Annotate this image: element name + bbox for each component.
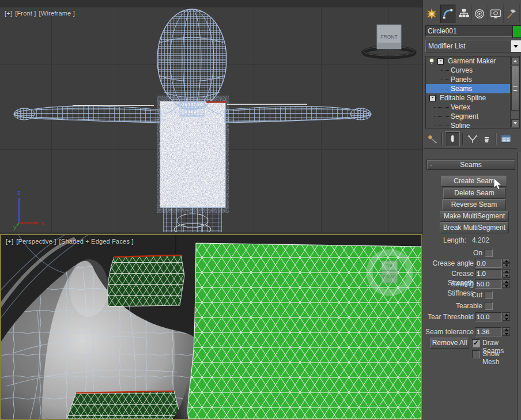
sewing-stiffness-input[interactable]	[475, 279, 502, 289]
triangle-down-icon	[505, 264, 508, 267]
remove-modifier-icon	[481, 133, 492, 145]
mouse-cursor	[493, 178, 505, 191]
triangle-up-icon	[514, 60, 517, 62]
break-multisegment-button[interactable]: Break MultiSegment	[440, 222, 509, 233]
stack-item-label: Editable Spline	[438, 94, 486, 102]
garment-panel-top[interactable]	[108, 255, 184, 307]
show-end-result-button[interactable]	[445, 131, 460, 146]
crease-strength-input[interactable]	[475, 269, 502, 278]
collapse-icon: -	[430, 160, 432, 169]
show-mesh-checkbox[interactable]	[472, 350, 480, 358]
stack-item-label: Curves	[449, 66, 473, 74]
tab-display[interactable]	[488, 5, 504, 23]
tear-threshold-input[interactable]	[475, 312, 502, 321]
tree-connector	[434, 116, 449, 117]
hammer-icon	[505, 7, 518, 20]
reverse-seam-button[interactable]: Reverse Seam	[442, 199, 506, 210]
perspective-viewport[interactable]: TOP FRONT [+][Perspective ][Shaded + Edg…	[0, 234, 422, 420]
display-icon	[489, 7, 502, 20]
stack-item-label: Garment Maker	[446, 57, 496, 65]
viewport-menu-shading[interactable]: [Shaded + Edged Faces ]	[59, 238, 134, 245]
garment-panel-bottom[interactable]	[67, 391, 181, 419]
cut-row: Cut	[424, 290, 517, 300]
stack-item-segment[interactable]: Segment	[426, 112, 519, 121]
tab-utilities[interactable]	[504, 5, 520, 23]
crease-strength-spinner[interactable]	[503, 269, 510, 278]
expand-toggle[interactable]: -	[437, 58, 444, 65]
viewcube-front-label: FRONT	[380, 34, 397, 40]
viewport-menu-general[interactable]: [+]	[5, 10, 12, 17]
front-viewport-label: [+][Front ][Wireframe ]	[5, 10, 78, 17]
sewing-stiffness-spinner[interactable]	[503, 279, 510, 289]
on-row: On	[424, 248, 517, 258]
stack-item-label: Vertex	[449, 103, 470, 111]
expand-toggle[interactable]: -	[429, 95, 436, 101]
stack-item-spline[interactable]: Spline	[426, 121, 519, 128]
viewport-menu-general[interactable]: [+]	[6, 238, 13, 245]
viewport-menu-pov[interactable]: [Perspective ]	[16, 238, 56, 245]
triangle-up-icon	[505, 270, 508, 273]
crease-angle-spinner[interactable]	[503, 259, 510, 268]
stack-item-vertex[interactable]: Vertex	[426, 103, 519, 112]
triangle-up-icon	[505, 281, 508, 283]
tearable-checkbox[interactable]	[485, 302, 493, 310]
make-multisegment-button[interactable]: Make MultiSegment	[440, 211, 509, 222]
stack-item-editable-spline[interactable]: - Editable Spline	[426, 93, 519, 103]
lightbulb-icon[interactable]	[428, 58, 436, 65]
stack-scrollbar[interactable]	[510, 56, 519, 128]
draw-seams-row: ✓ Draw Seams	[424, 339, 517, 348]
tab-motion[interactable]	[472, 5, 488, 23]
seam-tolerance-input[interactable]	[475, 327, 502, 336]
object-color-swatch[interactable]	[512, 25, 521, 38]
tree-connector	[441, 79, 449, 80]
seam-tolerance-spinner[interactable]	[503, 327, 510, 336]
rollout-title: Seams	[460, 161, 481, 169]
3dsmax-window: FRONT z x y [+][Front ][Wireframe ]	[0, 0, 521, 420]
sunburst-icon	[425, 7, 438, 20]
cut-checkbox[interactable]	[485, 291, 493, 299]
object-name-input[interactable]	[425, 25, 513, 37]
scroll-down-button[interactable]	[511, 119, 519, 127]
tear-threshold-spinner[interactable]	[503, 312, 510, 321]
stack-item-panels[interactable]: Panels	[426, 75, 519, 84]
make-unique-button[interactable]	[466, 132, 480, 146]
stack-item-label: Seams	[449, 85, 472, 93]
on-checkbox[interactable]	[485, 249, 493, 257]
stack-item-garment-maker[interactable]: - Garment Maker	[426, 56, 519, 66]
configure-modifier-sets-icon	[500, 133, 512, 145]
modify-curve-icon	[441, 7, 454, 20]
tree-connector	[441, 70, 449, 71]
modifier-list-dropdown[interactable]: Modifier List	[425, 40, 521, 52]
viewport-menu-pov[interactable]: [Front ]	[15, 10, 36, 17]
toolbar-separator	[496, 133, 497, 145]
make-unique-icon	[467, 133, 478, 145]
panel-divider	[424, 148, 518, 149]
triangle-down-icon	[505, 318, 508, 320]
stack-item-seams[interactable]: Seams	[426, 84, 519, 93]
panel-scroll-gutter[interactable]	[517, 152, 521, 420]
configure-modifier-sets-button[interactable]	[499, 132, 513, 146]
tab-modify[interactable]	[440, 5, 456, 23]
pin-stack-icon	[426, 133, 438, 145]
tear-threshold-row: Tear Threshold	[424, 312, 517, 321]
cloth-panel-wireframe[interactable]	[160, 101, 225, 207]
toolbar-separator	[462, 133, 463, 145]
tab-hierarchy[interactable]	[456, 5, 472, 23]
stack-item-curves[interactable]: Curves	[426, 66, 519, 75]
draw-seams-checkbox[interactable]: ✓	[472, 339, 480, 347]
scroll-up-button[interactable]	[511, 57, 519, 65]
on-label: On	[424, 248, 482, 258]
chevron-down-icon	[514, 45, 518, 48]
pin-stack-button[interactable]	[425, 132, 439, 146]
tab-create[interactable]	[424, 5, 440, 23]
object-name-row	[425, 25, 519, 37]
viewport-menu-shading[interactable]: [Wireframe ]	[39, 10, 75, 17]
rollout-header-seams[interactable]: - Seams	[426, 160, 515, 170]
scroll-thumb[interactable]	[511, 66, 519, 111]
crease-angle-input[interactable]	[475, 259, 502, 268]
dropdown-arrow-button[interactable]	[510, 40, 521, 52]
tear-threshold-label: Tear Threshold	[424, 312, 474, 321]
show-end-result-icon	[447, 133, 458, 145]
remove-modifier-button[interactable]	[480, 132, 493, 146]
front-viewport[interactable]: FRONT z x y [+][Front ][Wireframe ]	[0, 0, 422, 232]
